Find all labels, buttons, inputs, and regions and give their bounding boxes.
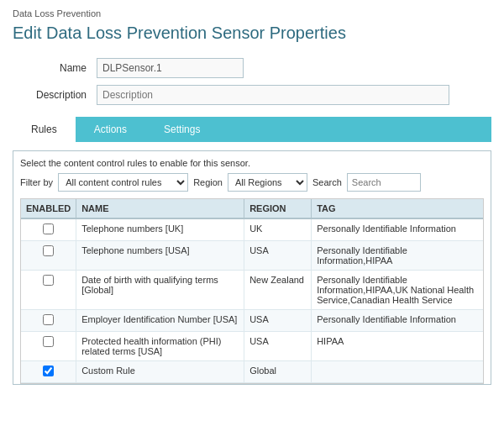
col-header-enabled: ENABLED [21, 199, 76, 218]
table-row: Protected health information (PHI) relat… [21, 332, 483, 361]
cell-region: USA [244, 332, 312, 361]
tab-rules[interactable]: Rules [13, 117, 76, 142]
desc-input[interactable] [97, 85, 449, 105]
name-label: Name [13, 62, 97, 74]
enabled-checkbox[interactable] [43, 245, 54, 256]
table-header-row: ENABLED NAME REGION TAG [21, 199, 483, 218]
table-row: Telephone numbers [USA]USAPersonally Ide… [21, 241, 483, 271]
cell-region: Global [244, 361, 312, 383]
col-header-tag: TAG [312, 199, 483, 218]
table-row: Date of birth with qualifying terms [Glo… [21, 271, 483, 310]
cell-name: Date of birth with qualifying terms [Glo… [76, 271, 244, 310]
breadcrumb: Data Loss Prevention [13, 8, 491, 18]
enabled-checkbox[interactable] [43, 314, 54, 325]
table-row: Employer Identification Number [USA]USAP… [21, 310, 483, 332]
desc-label: Description [13, 89, 97, 101]
cell-region: USA [244, 310, 312, 332]
cell-tag: Personally Identifiable Information,HIPA… [312, 271, 483, 310]
rules-info: Select the content control rules to enab… [20, 158, 484, 168]
cell-name: Telephone numbers [UK] [76, 218, 244, 241]
cell-enabled [21, 271, 76, 310]
enabled-checkbox[interactable] [43, 336, 54, 347]
page-title: Edit Data Loss Prevention Sensor Propert… [13, 24, 491, 43]
desc-row: Description [13, 85, 491, 105]
cell-enabled [21, 218, 76, 241]
cell-region: UK [244, 218, 312, 241]
col-header-region: REGION [244, 199, 312, 218]
filter-by-label: Filter by [20, 177, 53, 187]
tabs-bar: Rules Actions Settings [13, 117, 491, 142]
cell-tag: Personally Identifiable Information [312, 310, 483, 332]
cell-region: USA [244, 241, 312, 271]
cell-enabled [21, 310, 76, 332]
cell-name: Protected health information (PHI) relat… [76, 332, 244, 361]
cell-tag: HIPAA [312, 332, 483, 361]
tab-actions[interactable]: Actions [76, 117, 145, 142]
cell-name: Custom Rule [76, 361, 244, 383]
table-row: Telephone numbers [UK]UKPersonally Ident… [21, 218, 483, 241]
cell-name: Employer Identification Number [USA] [76, 310, 244, 332]
cell-enabled [21, 241, 76, 271]
filter-row: Filter by All content control rules Regi… [20, 173, 484, 192]
rules-table: ENABLED NAME REGION TAG Telephone number… [21, 199, 483, 383]
cell-tag: Personally Identifiable Information [312, 218, 483, 241]
rules-section: Select the content control rules to enab… [13, 150, 491, 385]
page-wrapper: Data Loss Prevention Edit Data Loss Prev… [0, 0, 504, 397]
search-input[interactable] [347, 173, 421, 192]
name-row: Name [13, 58, 491, 78]
filter-select[interactable]: All content control rules [58, 173, 188, 192]
cell-region: New Zealand [244, 271, 312, 310]
cell-enabled [21, 332, 76, 361]
cell-name: Telephone numbers [USA] [76, 241, 244, 271]
form-section: Name Description [13, 58, 491, 105]
cell-enabled [21, 361, 76, 383]
enabled-checkbox[interactable] [43, 366, 54, 376]
enabled-checkbox[interactable] [43, 224, 54, 234]
cell-tag [312, 361, 483, 383]
table-row: Custom RuleGlobal [21, 361, 483, 383]
enabled-checkbox[interactable] [43, 275, 54, 286]
search-label: Search [312, 177, 342, 187]
region-label: Region [193, 177, 223, 187]
tab-settings[interactable]: Settings [145, 117, 218, 142]
region-select[interactable]: All Regions [228, 173, 307, 192]
name-input[interactable] [97, 58, 244, 78]
cell-tag: Personally Identifiable Information,HIPA… [312, 241, 483, 271]
table-container: ENABLED NAME REGION TAG Telephone number… [20, 198, 484, 384]
col-header-name: NAME [76, 199, 244, 218]
